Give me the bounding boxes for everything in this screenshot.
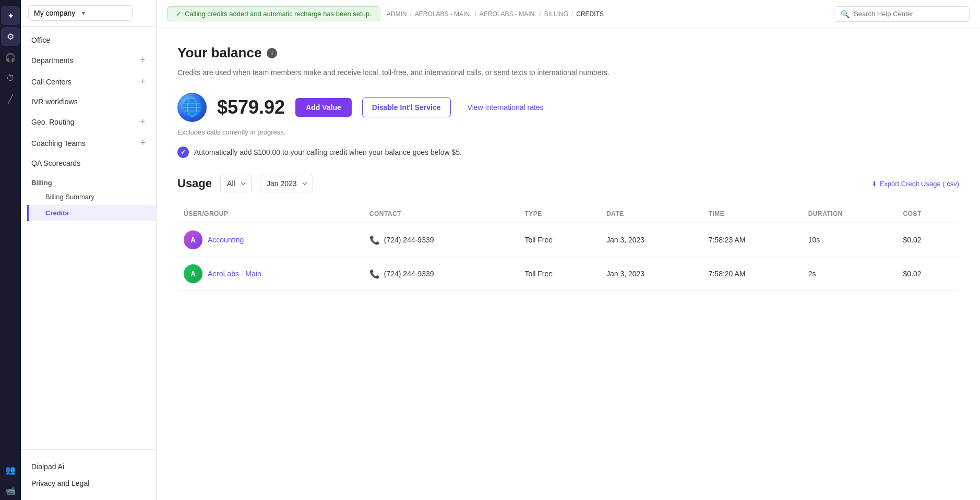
- cell-user: A Accounting: [177, 223, 363, 257]
- sidebar-item-credits[interactable]: Credits: [27, 205, 156, 221]
- user-avatar: A: [184, 230, 202, 249]
- sidebar-item-qa-scorecards[interactable]: QA Scorecards: [21, 154, 156, 173]
- search-icon: 🔍: [841, 10, 850, 18]
- chart-icon[interactable]: ╱: [1, 90, 20, 108]
- cell-date: Jan 3, 2023: [600, 223, 702, 257]
- globe-icon: [177, 93, 207, 122]
- call-icon: 📞: [369, 269, 380, 279]
- check-icon: ✓: [176, 10, 182, 18]
- sidebar-item-label: Office: [31, 36, 50, 44]
- sep-4: /: [571, 10, 573, 18]
- sep-2: /: [474, 10, 476, 18]
- clock-icon[interactable]: ⏱: [1, 69, 20, 88]
- col-user: USER/GROUP: [177, 205, 363, 223]
- excludes-note: Excludes calls currently in progress.: [177, 128, 959, 136]
- headset-icon[interactable]: 🎧: [1, 48, 20, 67]
- search-box[interactable]: 🔍: [834, 6, 970, 22]
- sidebar-item-label: Geo. Routing: [31, 118, 75, 126]
- cell-duration: 10s: [802, 223, 897, 257]
- cell-user: A AeroLabs - Main.: [177, 257, 363, 291]
- cell-date: Jan 3, 2023: [600, 257, 702, 291]
- sidebar-item-call-centers[interactable]: Call Centers +: [21, 71, 156, 92]
- auto-recharge-text: Automatically add $100.00 to your callin…: [194, 148, 462, 156]
- cell-type: Toll Free: [518, 257, 600, 291]
- table-row: A AeroLabs - Main. 📞 (724) 244-9339 Toll…: [177, 257, 959, 291]
- sidebar-item-label: IVR workflows: [31, 97, 78, 106]
- usage-title: Usage: [177, 177, 212, 190]
- cell-contact: 📞 (724) 244-9339: [363, 257, 519, 291]
- disable-intl-button[interactable]: Disable Int'l Service: [362, 97, 451, 117]
- sidebar: My company ▾ Office Departments + Call C…: [21, 0, 157, 500]
- date-filter-select[interactable]: Jan 2023: [260, 175, 313, 192]
- balance-section: $579.92 Add Value Disable Int'l Service …: [177, 93, 959, 122]
- sidebar-item-departments[interactable]: Departments +: [21, 50, 156, 71]
- user-link[interactable]: Accounting: [208, 236, 244, 244]
- breadcrumb-aerolabs2: AEROLABS - MAIN.: [480, 10, 536, 18]
- auto-recharge-row: Automatically add $100.00 to your callin…: [177, 147, 959, 158]
- usage-header: Usage All Jan 2023 ⬇ Export Credit Usage…: [177, 175, 959, 192]
- export-link[interactable]: ⬇ Export Credit Usage (.csv): [871, 180, 959, 188]
- sidebar-item-coaching-teams[interactable]: Coaching Teams +: [21, 132, 156, 154]
- search-input[interactable]: [854, 10, 963, 18]
- cell-time: 7:58:20 AM: [702, 257, 802, 291]
- cell-time: 7:58:23 AM: [702, 223, 802, 257]
- billing-section-title: Billing: [21, 173, 156, 189]
- sidebar-item-label: Coaching Teams: [31, 139, 86, 148]
- cell-duration: 2s: [802, 257, 897, 291]
- sidebar-item-office[interactable]: Office: [21, 31, 156, 50]
- usage-filter-select[interactable]: All: [220, 175, 252, 192]
- info-icon[interactable]: i: [267, 48, 277, 58]
- video-icon[interactable]: 📹: [1, 481, 20, 500]
- recharge-check-icon: [177, 147, 189, 158]
- cell-type: Toll Free: [518, 223, 600, 257]
- add-value-button[interactable]: Add Value: [295, 98, 352, 117]
- icon-bar: ✦ ⚙ 🎧 ⏱ ╱ 👥 📹: [0, 0, 21, 500]
- plus-icon: +: [140, 55, 146, 66]
- export-link-label: Export Credit Usage (.csv): [880, 180, 959, 188]
- breadcrumb-admin: ADMIN: [387, 10, 407, 18]
- user-link[interactable]: AeroLabs - Main.: [208, 270, 264, 278]
- breadcrumb: ADMIN / AEROLABS - MAIN. / AEROLABS - MA…: [387, 10, 828, 18]
- balance-amount: $579.92: [217, 96, 285, 118]
- sep-3: /: [540, 10, 541, 18]
- home-icon[interactable]: ✦: [1, 6, 20, 25]
- users-icon-bottom[interactable]: 👥: [1, 460, 20, 479]
- sidebar-item-dialpad-ai[interactable]: Dialpad Ai: [31, 458, 146, 475]
- plus-icon: +: [140, 138, 146, 149]
- col-duration: DURATION: [802, 205, 897, 223]
- col-type: TYPE: [518, 205, 600, 223]
- table-row: A Accounting 📞 (724) 244-9339 Toll Free …: [177, 223, 959, 257]
- sidebar-item-geo-routing[interactable]: Geo. Routing +: [21, 111, 156, 132]
- col-time: TIME: [702, 205, 802, 223]
- settings-icon[interactable]: ⚙: [1, 27, 20, 46]
- breadcrumb-current: CREDITS: [576, 10, 604, 18]
- cell-cost: $0.02: [897, 257, 959, 291]
- sidebar-item-label: Departments: [31, 56, 73, 65]
- view-intl-rates-link[interactable]: View International rates: [468, 103, 544, 112]
- usage-table: USER/GROUP CONTACT TYPE DATE TIME DURATI…: [177, 205, 959, 291]
- page-title-row: Your balance i: [177, 45, 959, 61]
- content: Your balance i Credits are used when tea…: [157, 28, 980, 500]
- plus-icon: +: [140, 116, 146, 127]
- billing-summary-label: Billing Summary: [45, 193, 94, 201]
- user-avatar: A: [184, 264, 202, 283]
- notification-text: Calling credits added and automatic rech…: [185, 10, 372, 18]
- col-contact: CONTACT: [363, 205, 519, 223]
- col-cost: COST: [897, 205, 959, 223]
- sidebar-item-label: Call Centers: [31, 78, 71, 86]
- credits-label: Credits: [45, 209, 69, 217]
- chevron-down-icon: ▾: [82, 9, 127, 17]
- call-icon: 📞: [369, 235, 380, 245]
- sidebar-item-billing-summary[interactable]: Billing Summary: [27, 189, 156, 205]
- sep-1: /: [410, 10, 411, 18]
- description: Credits are used when team members make …: [177, 67, 959, 78]
- company-selector[interactable]: My company ▾: [28, 5, 133, 21]
- plus-icon: +: [140, 76, 146, 87]
- company-name: My company: [34, 9, 79, 17]
- sidebar-item-ivr[interactable]: IVR workflows: [21, 92, 156, 111]
- breadcrumb-aerolabs: AEROLABS - MAIN.: [415, 10, 472, 18]
- sidebar-header: My company ▾: [21, 0, 156, 27]
- sidebar-item-privacy-legal[interactable]: Privacy and Legal: [31, 475, 146, 492]
- sidebar-nav: Office Departments + Call Centers + IVR …: [21, 27, 156, 449]
- page-title: Your balance: [177, 45, 261, 61]
